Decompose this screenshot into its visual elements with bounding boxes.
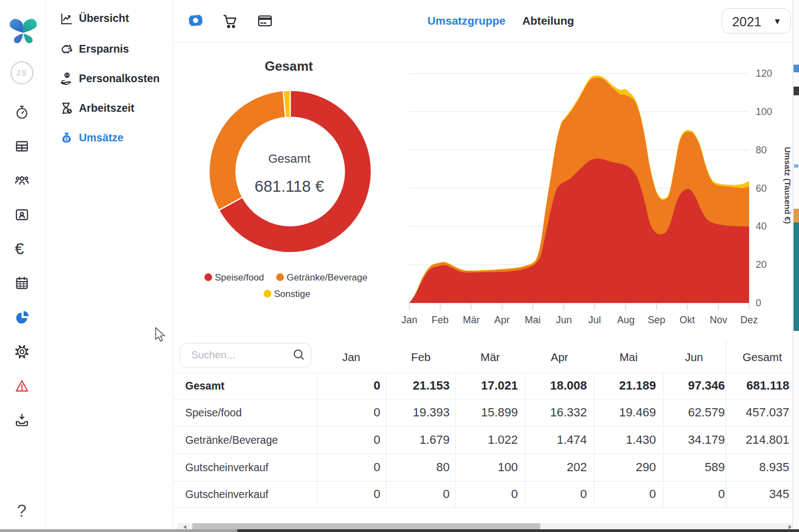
svg-text:$: $ xyxy=(65,136,68,142)
